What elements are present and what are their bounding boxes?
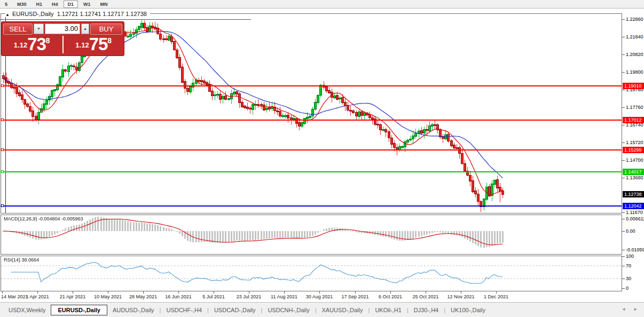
chart-tab-bar: USDX,WeeklyEURUSD-,DailyAUDUSD-,Daily|US…	[0, 302, 644, 317]
volume-increase-button[interactable]: ▲	[81, 23, 89, 34]
macd-axis-label: -0.010593	[626, 247, 644, 252]
date-tick-label: 30 Aug 2021	[306, 294, 333, 299]
tab-dj30-h4[interactable]: DJ30-,H4	[409, 305, 444, 315]
hline-resistance-1.17012[interactable]	[1, 120, 622, 121]
timeframe-button-mn[interactable]: MN	[96, 1, 112, 8]
axis-tick-label: 1.15720	[626, 140, 643, 145]
tab-ukoil-h1[interactable]: UKOil-,H1	[370, 305, 407, 315]
axis-tick-mark	[622, 107, 625, 108]
hline-handle[interactable]	[1, 148, 4, 151]
axis-tick-mark	[622, 219, 625, 219]
date-tick-mark	[214, 291, 214, 294]
timeframe-button-h1[interactable]: H1	[32, 1, 47, 8]
date-axis: 14 Mar 20211 Apr 202121 Apr 202110 May 2…	[0, 292, 622, 301]
axis-tick-label: 1.20820	[626, 52, 643, 57]
macd-axis-label: 0.006611	[626, 216, 644, 221]
date-tick-mark	[461, 291, 461, 294]
hline-handle[interactable]	[1, 118, 4, 121]
axis-tick-mark	[622, 250, 625, 250]
buy-price-display[interactable]: 1.12758	[64, 36, 124, 53]
rsi-label: RSI(14) 38.0664	[4, 257, 39, 263]
timeframe-button-m30[interactable]: M30	[13, 1, 31, 8]
timeframe-button-h4[interactable]: H4	[48, 1, 62, 8]
date-tick-mark	[73, 291, 73, 294]
macd-canvas[interactable]	[1, 215, 622, 254]
date-tick-mark	[355, 291, 356, 294]
axis-tick-label: 1.21840	[626, 34, 643, 39]
hline-handle[interactable]	[1, 170, 4, 173]
rsi-axis-label: 70	[626, 263, 631, 268]
sell-button[interactable]: SELL	[3, 23, 33, 35]
axis-tick-mark	[622, 37, 625, 37]
axis-tick-label: 1.19800	[626, 69, 643, 75]
tab-usdx-weekly[interactable]: USDX,Weekly	[3, 305, 51, 315]
sell-price-pip: 8	[46, 29, 50, 52]
date-tick-mark	[390, 291, 391, 294]
tab-usdcad-daily[interactable]: USDCAD-,Daily	[209, 305, 261, 315]
axis-tick-mark	[622, 212, 625, 213]
terminal-window: 5M30H1H4D1W1MN ▲EURUSD-,Daily 1.12721 1.…	[0, 0, 644, 317]
axis-tick-mark	[622, 178, 625, 178]
tab-eurusd-daily[interactable]: EURUSD-,Daily	[51, 305, 107, 315]
sell-price-display[interactable]: 1.12738	[2, 36, 62, 53]
axis-tick-mark	[622, 288, 625, 289]
axis-tick-mark	[622, 266, 625, 266]
buy-button[interactable]: BUY	[90, 23, 122, 35]
date-tick-mark	[2, 291, 3, 294]
rsi-panel[interactable]: RSI(14) 38.0664	[1, 256, 622, 291]
macd-panel[interactable]: MACD(12,26,9) -0.004804 -0.005963	[1, 215, 622, 255]
hline-resistance-1.19010[interactable]	[1, 85, 622, 86]
date-tick-label: 16 Jun 2021	[165, 294, 192, 299]
date-tick-label: 12 Nov 2021	[447, 294, 474, 299]
axis-tick-label: 1.13680	[626, 175, 643, 180]
axis-tick-mark	[622, 142, 625, 143]
tab-usdcnh-daily[interactable]: USDCNH-,Daily	[262, 305, 315, 315]
axis-tick-mark	[622, 72, 625, 73]
tab-scroll-arrows[interactable]: ◄ ►	[622, 307, 641, 312]
price-line-label: 1.19010	[623, 83, 644, 89]
volume-input[interactable]: 3.00	[45, 23, 80, 34]
hline-resistance-1.15299[interactable]	[1, 149, 622, 150]
hline-support-1.12042[interactable]	[1, 205, 622, 207]
volume-dropdown-button[interactable]: ▼	[34, 23, 44, 34]
tab-audusd-daily[interactable]: AUDUSD-,Daily	[107, 305, 160, 315]
macd-label: MACD(12,26,9) -0.004804 -0.005963	[4, 216, 83, 221]
axis-tick-mark	[622, 90, 625, 90]
chart-title-bar: ▲EURUSD-,Daily 1.12721 1.12741 1.12717 1…	[5, 11, 150, 17]
tab-xauusd-daily[interactable]: XAUUSD-,Daily	[317, 305, 368, 315]
tab-usdchf-h4[interactable]: USDCHF-,H4	[161, 305, 207, 315]
date-tick-mark	[426, 291, 426, 294]
buy-price-prefix: 1.12	[75, 38, 89, 52]
timeframe-button-w1[interactable]: W1	[79, 1, 95, 8]
rsi-axis-label: 0	[626, 286, 629, 291]
collapse-panel-icon[interactable]: ▲	[5, 12, 10, 17]
hline-support-1.14017[interactable]	[1, 171, 622, 172]
hline-handle[interactable]	[1, 84, 4, 87]
date-tick-mark	[37, 291, 38, 294]
date-tick-mark	[249, 291, 249, 294]
rsi-canvas[interactable]	[1, 256, 622, 291]
date-tick-mark	[178, 291, 179, 294]
hline-handle[interactable]	[1, 204, 4, 207]
rsi-axis-label: 30	[626, 276, 631, 281]
date-tick-label: 6 Oct 2021	[379, 294, 402, 299]
rsi-axis-label: 100	[626, 253, 634, 259]
tab-uk100-daily[interactable]: UK100-,Daily	[445, 305, 491, 315]
date-tick-mark	[319, 291, 320, 294]
buy-price-pip: 8	[107, 29, 112, 52]
timeframe-button-d1[interactable]: D1	[64, 1, 78, 8]
timeframe-button-5[interactable]: 5	[1, 1, 12, 8]
timeframe-toolbar: 5M30H1H4D1W1MN	[0, 0, 644, 9]
axis-tick-label: 1.14700	[626, 157, 643, 163]
date-tick-label: 23 Jul 2021	[237, 294, 262, 299]
sell-price-big: 73	[27, 36, 46, 52]
sell-price-prefix: 1.12	[14, 38, 27, 52]
date-tick-label: 28 May 2021	[129, 294, 157, 299]
axis-tick-mark	[622, 19, 625, 20]
date-tick-mark	[143, 291, 144, 294]
date-tick-label: 11 Aug 2021	[271, 294, 297, 299]
axis-tick-mark	[622, 256, 625, 257]
date-tick-label: 10 May 2021	[94, 294, 122, 299]
axis-tick-mark	[622, 231, 625, 232]
axis-tick-mark	[622, 160, 625, 161]
